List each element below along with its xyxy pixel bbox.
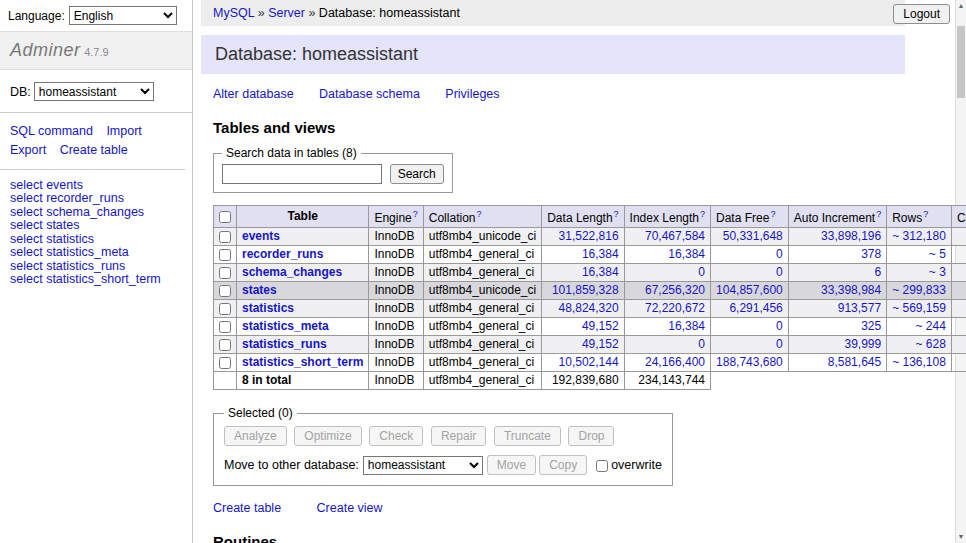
table-name-link-statistics_short_term[interactable]: statistics_short_term <box>242 355 363 369</box>
column-header-rows[interactable]: Rows? <box>887 206 952 228</box>
column-header-comment[interactable]: Comment? <box>951 206 966 228</box>
table-name-link-recorder_runs[interactable]: recorder_runs <box>242 247 323 261</box>
data-length-link[interactable]: 48,824,320 <box>559 301 619 315</box>
auto-increment-link[interactable]: 39,999 <box>844 337 881 351</box>
data-length-link[interactable]: 10,502,144 <box>559 355 619 369</box>
index-length-link[interactable]: 67,256,320 <box>645 283 705 297</box>
help-link[interactable]: ? <box>614 209 619 219</box>
sidebar-table-link-select-states[interactable]: select states <box>10 219 182 233</box>
search-button[interactable]: Search <box>390 164 444 184</box>
data-free-link[interactable]: 104,857,600 <box>716 283 783 297</box>
rows-link[interactable]: ~ 569,159 <box>892 301 946 315</box>
data-free-link[interactable]: 188,743,680 <box>716 355 783 369</box>
db-action-link-database-schema[interactable]: Database schema <box>319 87 420 101</box>
row-checkbox-statistics[interactable] <box>219 303 231 315</box>
auto-increment-link[interactable]: 33,898,196 <box>821 229 881 243</box>
auto-increment-link[interactable]: 913,577 <box>838 301 881 315</box>
column-header-auto-increment[interactable]: Auto Increment? <box>788 206 886 228</box>
data-free-link[interactable]: 0 <box>776 319 783 333</box>
auto-increment-link[interactable]: 6 <box>874 265 881 279</box>
index-length-link[interactable]: 0 <box>698 265 705 279</box>
scrollbar-down-arrow-icon[interactable]: ▼ <box>956 531 966 543</box>
sidebar-table-link-select-schema_changes[interactable]: select schema_changes <box>10 206 182 220</box>
breadcrumb-link-server[interactable]: Server <box>268 6 305 20</box>
sidebar-table-link-select-statistics_runs[interactable]: select statistics_runs <box>10 260 182 274</box>
data-length-link[interactable]: 16,384 <box>582 247 619 261</box>
rows-link[interactable]: ~ 3 <box>929 265 946 279</box>
auto-increment-link[interactable]: 325 <box>861 319 881 333</box>
rows-link[interactable]: ~ 299,833 <box>892 283 946 297</box>
table-name-link-statistics_meta[interactable]: statistics_meta <box>242 319 329 333</box>
sidebar-link-export[interactable]: Export <box>10 143 46 157</box>
create-link-create-table[interactable]: Create table <box>213 501 281 515</box>
db-action-link-privileges[interactable]: Privileges <box>445 87 499 101</box>
sidebar-table-link-select-statistics_meta[interactable]: select statistics_meta <box>10 246 182 260</box>
sidebar-table-link-select-statistics_short_term[interactable]: select statistics_short_term <box>10 273 182 287</box>
row-checkbox-schema_changes[interactable] <box>219 267 231 279</box>
select-all-checkbox[interactable] <box>219 211 231 223</box>
index-length-link[interactable]: 24,166,400 <box>645 355 705 369</box>
scrollbar-thumb[interactable] <box>957 26 965 98</box>
index-length-link[interactable]: 0 <box>698 337 705 351</box>
table-name-link-schema_changes[interactable]: schema_changes <box>242 265 342 279</box>
column-header-engine[interactable]: Engine? <box>369 206 423 228</box>
row-checkbox-statistics_runs[interactable] <box>219 339 231 351</box>
row-checkbox-statistics_meta[interactable] <box>219 321 231 333</box>
row-checkbox-statistics_short_term[interactable] <box>219 357 231 369</box>
sidebar-link-create-table[interactable]: Create table <box>60 143 128 157</box>
overwrite-checkbox[interactable] <box>596 460 608 472</box>
table-name-link-statistics[interactable]: statistics <box>242 301 294 315</box>
overwrite-label[interactable]: overwrite <box>611 458 662 472</box>
column-header-index-length[interactable]: Index Length? <box>624 206 710 228</box>
data-free-link[interactable]: 0 <box>776 337 783 351</box>
data-length-link[interactable]: 49,152 <box>582 337 619 351</box>
auto-increment-link[interactable]: 33,398,984 <box>821 283 881 297</box>
logout-button[interactable]: Logout <box>893 4 950 24</box>
move-db-select[interactable]: homeassistant <box>363 456 483 475</box>
index-length-link[interactable]: 16,384 <box>668 319 705 333</box>
auto-increment-link[interactable]: 8,581,645 <box>828 355 881 369</box>
data-length-link[interactable]: 16,384 <box>582 265 619 279</box>
column-header-data-free[interactable]: Data Free? <box>711 206 789 228</box>
column-header-data-length[interactable]: Data Length? <box>542 206 624 228</box>
sidebar-link-import[interactable]: Import <box>106 124 141 138</box>
row-checkbox-states[interactable] <box>219 285 231 297</box>
auto-increment-link[interactable]: 378 <box>861 247 881 261</box>
sidebar-table-link-select-events[interactable]: select events <box>10 179 182 193</box>
create-link-create-view[interactable]: Create view <box>317 501 383 515</box>
data-length-link[interactable]: 101,859,328 <box>552 283 619 297</box>
data-free-link[interactable]: 50,331,648 <box>723 229 783 243</box>
table-name-link-events[interactable]: events <box>242 229 280 243</box>
table-name-link-states[interactable]: states <box>242 283 277 297</box>
data-free-link[interactable]: 0 <box>776 247 783 261</box>
index-length-link[interactable]: 72,220,672 <box>645 301 705 315</box>
column-header-table[interactable]: Table <box>237 206 369 228</box>
data-free-link[interactable]: 0 <box>776 265 783 279</box>
row-checkbox-events[interactable] <box>219 231 231 243</box>
search-input[interactable] <box>222 164 382 184</box>
db-action-link-alter-database[interactable]: Alter database <box>213 87 294 101</box>
rows-link[interactable]: ~ 5 <box>929 247 946 261</box>
rows-link[interactable]: ~ 628 <box>916 337 946 351</box>
help-link[interactable]: ? <box>923 209 928 219</box>
db-select[interactable]: homeassistant <box>34 82 154 101</box>
sidebar-link-sql-command[interactable]: SQL command <box>10 124 93 138</box>
language-select[interactable]: English <box>69 6 177 25</box>
index-length-link[interactable]: 70,467,584 <box>645 229 705 243</box>
help-link[interactable]: ? <box>700 209 705 219</box>
rows-link[interactable]: ~ 312,180 <box>892 229 946 243</box>
scrollbar-up-arrow-icon[interactable]: ▲ <box>956 0 966 12</box>
data-free-link[interactable]: 6,291,456 <box>729 301 782 315</box>
table-name-link-statistics_runs[interactable]: statistics_runs <box>242 337 327 351</box>
index-length-link[interactable]: 16,384 <box>668 247 705 261</box>
sidebar-table-link-select-recorder_runs[interactable]: select recorder_runs <box>10 192 182 206</box>
sidebar-table-link-select-statistics[interactable]: select statistics <box>10 233 182 247</box>
help-link[interactable]: ? <box>876 209 881 219</box>
column-header-collation[interactable]: Collation? <box>423 206 541 228</box>
breadcrumb-link-mysql[interactable]: MySQL <box>213 6 254 20</box>
help-link[interactable]: ? <box>413 209 418 219</box>
help-link[interactable]: ? <box>476 209 481 219</box>
data-length-link[interactable]: 49,152 <box>582 319 619 333</box>
data-length-link[interactable]: 31,522,816 <box>559 229 619 243</box>
help-link[interactable]: ? <box>770 209 775 219</box>
